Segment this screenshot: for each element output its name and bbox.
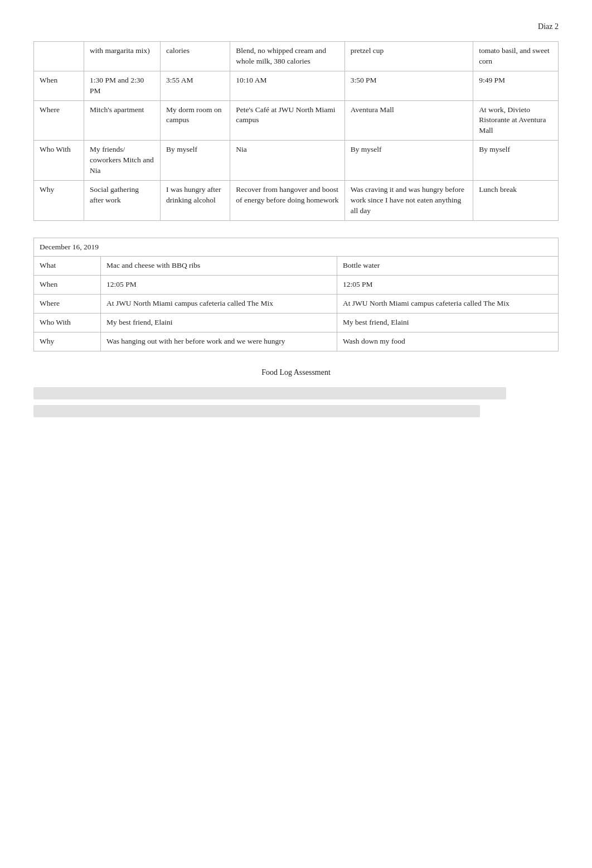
table2-cell: 12:05 PM (101, 276, 337, 295)
table1-wrapper: with margarita mix)caloriesBlend, no whi… (33, 41, 559, 221)
table2-cell: My best friend, Elaini (101, 314, 337, 332)
table1-cell: Pete's Café at JWU North Miami campus (230, 100, 344, 141)
food-log-title: Food Log Assessment (33, 368, 559, 377)
table2-date: December 16, 2019 (34, 238, 559, 257)
page-header: Diaz 2 (33, 22, 559, 31)
food-log-table1: with margarita mix)caloriesBlend, no whi… (33, 41, 559, 221)
table1-cell: At work, Divieto Ristorante at Aventura … (473, 100, 559, 141)
table1-cell: Mitch's apartment (84, 100, 161, 141)
table1-row-label: Who With (34, 141, 84, 181)
table2-wrapper: December 16, 2019WhatMac and cheese with… (33, 238, 559, 351)
table1-cell: calories (161, 42, 230, 71)
table1-cell: Recover from hangover and boost of energ… (230, 180, 344, 220)
table2-cell: Was hanging out with her before work and… (101, 332, 337, 351)
table2-row-label: What (34, 257, 101, 276)
table1-cell: 9:49 PM (473, 71, 559, 100)
table2-row-label: Why (34, 332, 101, 351)
table1-cell: Social gathering after work (84, 180, 161, 220)
blurred-text-line2 (33, 405, 480, 417)
table1-cell: Lunch break (473, 180, 559, 220)
table1-cell: 3:55 AM (161, 71, 230, 100)
table1-row-label (34, 42, 84, 71)
table1-cell: 10:10 AM (230, 71, 344, 100)
food-log-table2: December 16, 2019WhatMac and cheese with… (33, 238, 559, 351)
table1-cell: with margarita mix) (84, 42, 161, 71)
table1-cell: 1:30 PM and 2:30 PM (84, 71, 161, 100)
table2-row-label: Where (34, 295, 101, 314)
table1-cell: Nia (230, 141, 344, 181)
table1-cell: I was hungry after drinking alcohol (161, 180, 230, 220)
table1-row-label: When (34, 71, 84, 100)
blurred-text-line1 (33, 387, 506, 399)
table1-cell: By myself (161, 141, 230, 181)
table1-cell: By myself (473, 141, 559, 181)
table2-cell: My best friend, Elaini (337, 314, 558, 332)
table1-cell: tomato basil, and sweet corn (473, 42, 559, 71)
table2-cell: Wash down my food (337, 332, 558, 351)
table1-row-label: Where (34, 100, 84, 141)
table1-cell: Was craving it and was hungry before wor… (344, 180, 473, 220)
table1-row-label: Why (34, 180, 84, 220)
table1-cell: pretzel cup (344, 42, 473, 71)
page-number: Diaz 2 (538, 22, 559, 31)
table1-cell: Aventura Mall (344, 100, 473, 141)
table1-cell: Blend, no whipped cream and whole milk, … (230, 42, 344, 71)
table1-cell: My dorm room on campus (161, 100, 230, 141)
table2-cell: Mac and cheese with BBQ ribs (101, 257, 337, 276)
table1-cell: 3:50 PM (344, 71, 473, 100)
table1-cell: By myself (344, 141, 473, 181)
table2-cell: At JWU North Miami campus cafeteria call… (337, 295, 558, 314)
table2-cell: At JWU North Miami campus cafeteria call… (101, 295, 337, 314)
table1-cell: My friends/ coworkers Mitch and Nia (84, 141, 161, 181)
table2-cell: 12:05 PM (337, 276, 558, 295)
table2-cell: Bottle water (337, 257, 558, 276)
table2-row-label: When (34, 276, 101, 295)
table2-row-label: Who With (34, 314, 101, 332)
